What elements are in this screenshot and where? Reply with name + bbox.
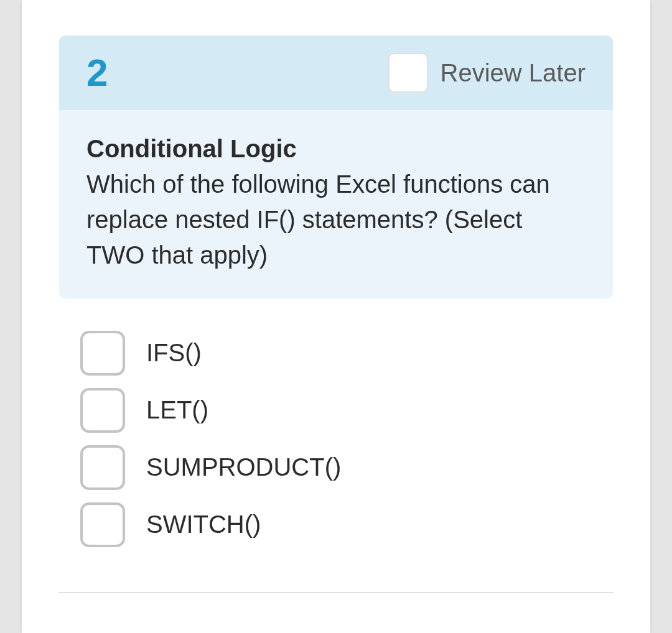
options-container: IFS() LET() SUMPRODUCT() SWITCH() xyxy=(59,298,613,547)
option-label: SUMPRODUCT() xyxy=(146,453,341,481)
question-header: 2 Review Later xyxy=(59,35,613,110)
review-later-checkbox[interactable] xyxy=(388,53,428,93)
review-later-container: Review Later xyxy=(388,53,586,93)
option-label: IFS() xyxy=(146,339,202,367)
question-number: 2 xyxy=(86,53,108,92)
page-container: 2 Review Later Conditional Logic Which o… xyxy=(22,0,650,633)
divider xyxy=(59,592,613,593)
option-checkbox-2[interactable] xyxy=(80,445,125,490)
option-label: SWITCH() xyxy=(146,511,261,538)
review-later-label: Review Later xyxy=(441,59,586,87)
option-row: SWITCH() xyxy=(80,502,592,547)
option-checkbox-3[interactable] xyxy=(80,502,125,547)
question-text: Which of the following Excel functions c… xyxy=(86,167,586,274)
option-row: LET() xyxy=(80,388,592,433)
question-card: 2 Review Later Conditional Logic Which o… xyxy=(59,35,613,298)
option-checkbox-1[interactable] xyxy=(80,388,125,433)
option-row: IFS() xyxy=(80,331,592,376)
option-checkbox-0[interactable] xyxy=(80,331,125,376)
question-title: Conditional Logic xyxy=(86,135,586,163)
option-row: SUMPRODUCT() xyxy=(80,445,592,490)
question-body: Conditional Logic Which of the following… xyxy=(59,110,613,298)
option-label: LET() xyxy=(146,396,208,424)
